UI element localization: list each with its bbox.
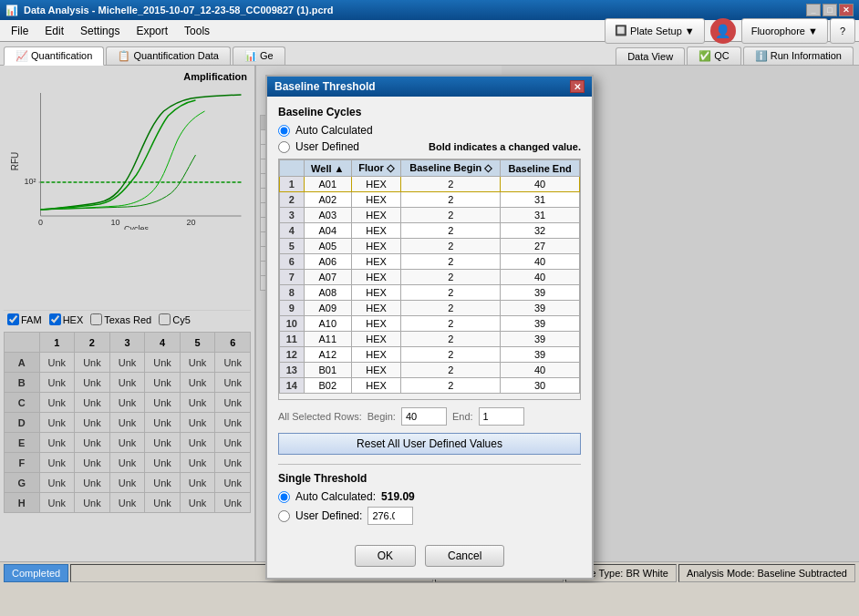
baseline-begin-cell: 2 bbox=[401, 239, 501, 254]
user-avatar: 👤 bbox=[710, 18, 736, 44]
menu-file[interactable]: File bbox=[4, 23, 36, 39]
auto-calc-threshold-radio[interactable] bbox=[278, 491, 290, 503]
row-number: 11 bbox=[280, 332, 305, 347]
plate-setup-button[interactable]: 🔲 Plate Setup ▼ bbox=[605, 18, 705, 44]
row-number: 7 bbox=[280, 270, 305, 285]
baseline-data-table: Well ▲ Fluor ◇ Baseline Begin ◇ Baseline… bbox=[279, 159, 580, 394]
fluor-cell: HEX bbox=[351, 347, 401, 363]
well-cell: B02 bbox=[304, 378, 351, 394]
list-item[interactable]: 7 A07 HEX 2 40 bbox=[280, 270, 580, 285]
status-analysis-mode: Analysis Mode: Baseline Subtracted bbox=[678, 564, 855, 582]
user-defined-radio-row: User Defined bbox=[278, 140, 359, 153]
ok-button[interactable]: OK bbox=[355, 545, 416, 567]
col-num bbox=[280, 160, 305, 177]
menu-edit[interactable]: Edit bbox=[37, 23, 71, 39]
status-completed: Completed bbox=[4, 564, 68, 582]
begin-label: Begin: bbox=[367, 411, 396, 422]
list-item[interactable]: 8 A08 HEX 2 39 bbox=[280, 285, 580, 301]
help-button[interactable]: ? bbox=[830, 18, 855, 44]
fluor-cell: HEX bbox=[351, 223, 401, 239]
tab-bar: 📈 Quantification 📋 Quantification Data 📊… bbox=[0, 42, 859, 66]
auto-calculated-radio[interactable] bbox=[278, 125, 290, 137]
all-selected-rows-row: All Selected Rows: Begin: End: bbox=[278, 406, 581, 427]
fluor-cell: HEX bbox=[351, 285, 401, 301]
reset-button[interactable]: Reset All User Defined Values bbox=[278, 433, 581, 455]
single-threshold-header: Single Threshold bbox=[278, 472, 581, 485]
col-baseline-begin[interactable]: Baseline Begin ◇ bbox=[401, 160, 501, 177]
list-item[interactable]: 14 B02 HEX 2 30 bbox=[280, 378, 580, 394]
baseline-end-cell: 40 bbox=[501, 270, 580, 285]
begin-input[interactable] bbox=[401, 407, 447, 426]
list-item[interactable]: 3 A03 HEX 2 31 bbox=[280, 208, 580, 223]
well-cell: A09 bbox=[304, 301, 351, 316]
well-cell: A08 bbox=[304, 285, 351, 301]
well-cell: B01 bbox=[304, 363, 351, 378]
maximize-button[interactable]: □ bbox=[823, 4, 837, 16]
tab-gene-expression[interactable]: 📊 Ge bbox=[233, 46, 285, 65]
col-fluor[interactable]: Fluor ◇ bbox=[351, 160, 401, 177]
user-defined-thresh-row: User Defined: bbox=[278, 507, 581, 525]
minimize-button[interactable]: _ bbox=[806, 4, 821, 16]
user-defined-threshold-radio[interactable] bbox=[278, 510, 290, 522]
col-well[interactable]: Well ▲ bbox=[304, 160, 351, 177]
row-number: 13 bbox=[280, 363, 305, 378]
user-defined-radio[interactable] bbox=[278, 141, 290, 153]
tab-run-information[interactable]: ℹ️ Run Information bbox=[743, 46, 854, 65]
tab-qc[interactable]: ✅ QC bbox=[687, 46, 741, 65]
row-number: 8 bbox=[280, 285, 305, 301]
tab-quantification[interactable]: 📈 Quantification bbox=[4, 46, 104, 66]
list-item[interactable]: 9 A09 HEX 2 39 bbox=[280, 301, 580, 316]
all-selected-label: All Selected Rows: bbox=[278, 411, 362, 422]
dropdown-arrow-icon: ▼ bbox=[685, 26, 695, 36]
menu-export[interactable]: Export bbox=[129, 23, 175, 39]
menu-tools[interactable]: Tools bbox=[177, 23, 217, 39]
baseline-table-container[interactable]: Well ▲ Fluor ◇ Baseline Begin ◇ Baseline… bbox=[278, 159, 581, 400]
quantification-data-icon: 📋 bbox=[118, 50, 130, 61]
user-defined-threshold-input[interactable] bbox=[367, 507, 413, 525]
row-number: 9 bbox=[280, 301, 305, 316]
close-button[interactable]: ✕ bbox=[839, 4, 854, 16]
well-cell: A12 bbox=[304, 347, 351, 363]
list-item[interactable]: 13 B01 HEX 2 40 bbox=[280, 363, 580, 378]
baseline-end-cell: 27 bbox=[501, 239, 580, 254]
end-input[interactable] bbox=[479, 407, 524, 426]
tab-data-view[interactable]: Data View bbox=[616, 47, 685, 65]
baseline-begin-cell: 2 bbox=[401, 208, 501, 223]
menu-settings[interactable]: Settings bbox=[73, 23, 127, 39]
list-item[interactable]: 10 A10 HEX 2 39 bbox=[280, 316, 580, 332]
baseline-end-cell: 31 bbox=[501, 208, 580, 223]
baseline-end-cell: 40 bbox=[501, 254, 580, 270]
well-cell: A07 bbox=[304, 270, 351, 285]
col-baseline-end[interactable]: Baseline End bbox=[501, 160, 580, 177]
qc-icon: ✅ bbox=[699, 50, 711, 61]
baseline-threshold-dialog: Baseline Threshold ✕ Baseline Cycles Aut… bbox=[265, 75, 594, 580]
list-item[interactable]: 6 A06 HEX 2 40 bbox=[280, 254, 580, 270]
auto-calculated-radio-row: Auto Calculated bbox=[278, 124, 581, 137]
cancel-button[interactable]: Cancel bbox=[425, 545, 504, 567]
well-cell: A05 bbox=[304, 239, 351, 254]
well-cell: A10 bbox=[304, 316, 351, 332]
list-item[interactable]: 2 A02 HEX 2 31 bbox=[280, 192, 580, 208]
fluorophore-button[interactable]: Fluorophore ▼ bbox=[741, 18, 828, 44]
list-item[interactable]: 11 A11 HEX 2 39 bbox=[280, 332, 580, 347]
baseline-end-cell: 39 bbox=[501, 332, 580, 347]
quantification-icon: 📈 bbox=[16, 50, 28, 61]
list-item[interactable]: 12 A12 HEX 2 39 bbox=[280, 347, 580, 363]
gene-expression-icon: 📊 bbox=[244, 50, 257, 61]
baseline-end-cell: 31 bbox=[501, 192, 580, 208]
run-info-icon: ℹ️ bbox=[755, 50, 768, 61]
baseline-begin-cell: 2 bbox=[401, 192, 501, 208]
baseline-cycles-header: Baseline Cycles bbox=[278, 106, 581, 118]
well-cell: A06 bbox=[304, 254, 351, 270]
list-item[interactable]: 1 A01 HEX 2 40 bbox=[280, 177, 580, 192]
fluor-cell: HEX bbox=[351, 208, 401, 223]
title-bar: 📊 Data Analysis - Michelle_2015-10-07_12… bbox=[0, 0, 859, 20]
list-item[interactable]: 5 A05 HEX 2 27 bbox=[280, 239, 580, 254]
row-number: 10 bbox=[280, 316, 305, 332]
auto-calculated-label: Auto Calculated bbox=[295, 124, 373, 137]
list-item[interactable]: 4 A04 HEX 2 32 bbox=[280, 223, 580, 239]
tab-quantification-data[interactable]: 📋 Quantification Data bbox=[106, 46, 231, 65]
modal-footer: OK Cancel bbox=[267, 538, 592, 578]
modal-close-button[interactable]: ✕ bbox=[570, 80, 585, 93]
row-number: 4 bbox=[280, 223, 305, 239]
